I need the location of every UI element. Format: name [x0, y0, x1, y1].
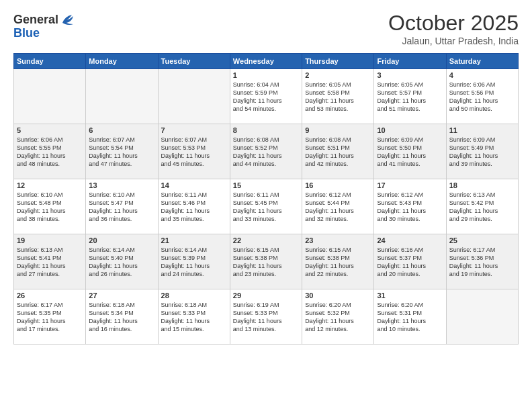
day-info: Sunrise: 6:18 AM Sunset: 5:34 PM Dayligh…: [89, 301, 154, 334]
day-number: 17: [377, 181, 443, 189]
week-row-2: 5Sunrise: 6:06 AM Sunset: 5:55 PM Daylig…: [14, 124, 519, 179]
day-number: 15: [233, 181, 299, 189]
col-header-friday: Friday: [374, 54, 446, 69]
day-number: 3: [377, 71, 443, 79]
day-info: Sunrise: 6:16 AM Sunset: 5:37 PM Dayligh…: [377, 246, 443, 279]
calendar-cell: 20Sunrise: 6:14 AM Sunset: 5:40 PM Dayli…: [86, 234, 158, 289]
header-row: SundayMondayTuesdayWednesdayThursdayFrid…: [14, 54, 519, 69]
week-row-5: 26Sunrise: 6:17 AM Sunset: 5:35 PM Dayli…: [14, 289, 519, 345]
day-info: Sunrise: 6:09 AM Sunset: 5:50 PM Dayligh…: [377, 136, 443, 169]
calendar-cell: 28Sunrise: 6:18 AM Sunset: 5:33 PM Dayli…: [158, 289, 230, 345]
logo-blue: Blue: [13, 27, 75, 40]
calendar-cell: 18Sunrise: 6:13 AM Sunset: 5:42 PM Dayli…: [446, 179, 518, 234]
calendar-cell: [14, 69, 86, 124]
day-info: Sunrise: 6:11 AM Sunset: 5:46 PM Dayligh…: [161, 191, 227, 224]
calendar-cell: 27Sunrise: 6:18 AM Sunset: 5:34 PM Dayli…: [86, 289, 158, 345]
header: General Blue October 2025 Jalaun, Uttar …: [13, 11, 519, 46]
calendar-cell: 17Sunrise: 6:12 AM Sunset: 5:43 PM Dayli…: [374, 179, 446, 234]
calendar-page: General Blue October 2025 Jalaun, Uttar …: [0, 0, 532, 411]
logo: General Blue: [13, 13, 75, 40]
day-number: 4: [449, 71, 515, 79]
day-info: Sunrise: 6:10 AM Sunset: 5:48 PM Dayligh…: [17, 191, 83, 224]
calendar-cell: 30Sunrise: 6:20 AM Sunset: 5:32 PM Dayli…: [302, 289, 374, 345]
calendar-cell: 19Sunrise: 6:13 AM Sunset: 5:41 PM Dayli…: [14, 234, 86, 289]
calendar-cell: [446, 289, 518, 345]
day-number: 5: [17, 126, 83, 134]
calendar-table: SundayMondayTuesdayWednesdayThursdayFrid…: [13, 53, 519, 345]
day-info: Sunrise: 6:12 AM Sunset: 5:44 PM Dayligh…: [305, 191, 371, 224]
calendar-cell: 16Sunrise: 6:12 AM Sunset: 5:44 PM Dayli…: [302, 179, 374, 234]
day-number: 7: [161, 126, 227, 134]
day-info: Sunrise: 6:13 AM Sunset: 5:42 PM Dayligh…: [449, 191, 515, 224]
col-header-sunday: Sunday: [14, 54, 86, 69]
day-info: Sunrise: 6:20 AM Sunset: 5:32 PM Dayligh…: [305, 301, 371, 334]
calendar-cell: 1Sunrise: 6:04 AM Sunset: 5:59 PM Daylig…: [230, 69, 302, 124]
day-number: 25: [449, 236, 515, 244]
day-info: Sunrise: 6:15 AM Sunset: 5:38 PM Dayligh…: [305, 246, 371, 279]
logo-bird-icon: [60, 13, 75, 26]
calendar-cell: 23Sunrise: 6:15 AM Sunset: 5:38 PM Dayli…: [302, 234, 374, 289]
calendar-cell: 9Sunrise: 6:08 AM Sunset: 5:51 PM Daylig…: [302, 124, 374, 179]
calendar-cell: 8Sunrise: 6:08 AM Sunset: 5:52 PM Daylig…: [230, 124, 302, 179]
calendar-cell: 6Sunrise: 6:07 AM Sunset: 5:54 PM Daylig…: [86, 124, 158, 179]
col-header-saturday: Saturday: [446, 54, 518, 69]
calendar-cell: 21Sunrise: 6:14 AM Sunset: 5:39 PM Dayli…: [158, 234, 230, 289]
calendar-cell: 26Sunrise: 6:17 AM Sunset: 5:35 PM Dayli…: [14, 289, 86, 345]
day-info: Sunrise: 6:15 AM Sunset: 5:38 PM Dayligh…: [233, 246, 299, 279]
day-info: Sunrise: 6:11 AM Sunset: 5:45 PM Dayligh…: [233, 191, 299, 224]
week-row-3: 12Sunrise: 6:10 AM Sunset: 5:48 PM Dayli…: [14, 179, 519, 234]
calendar-cell: 22Sunrise: 6:15 AM Sunset: 5:38 PM Dayli…: [230, 234, 302, 289]
calendar-cell: 14Sunrise: 6:11 AM Sunset: 5:46 PM Dayli…: [158, 179, 230, 234]
day-number: 23: [305, 236, 371, 244]
calendar-cell: 4Sunrise: 6:06 AM Sunset: 5:56 PM Daylig…: [446, 69, 518, 124]
day-number: 2: [305, 71, 371, 79]
day-info: Sunrise: 6:04 AM Sunset: 5:59 PM Dayligh…: [233, 81, 299, 113]
calendar-cell: 12Sunrise: 6:10 AM Sunset: 5:48 PM Dayli…: [14, 179, 86, 234]
day-info: Sunrise: 6:14 AM Sunset: 5:39 PM Dayligh…: [161, 246, 227, 279]
day-number: 16: [305, 181, 371, 189]
col-header-tuesday: Tuesday: [158, 54, 230, 69]
calendar-cell: [158, 69, 230, 124]
day-info: Sunrise: 6:07 AM Sunset: 5:54 PM Dayligh…: [89, 136, 154, 169]
calendar-cell: 29Sunrise: 6:19 AM Sunset: 5:33 PM Dayli…: [230, 289, 302, 345]
day-number: 11: [449, 126, 515, 134]
day-info: Sunrise: 6:10 AM Sunset: 5:47 PM Dayligh…: [89, 191, 154, 224]
day-number: 22: [233, 236, 299, 244]
day-number: 10: [377, 126, 443, 134]
day-info: Sunrise: 6:06 AM Sunset: 5:56 PM Dayligh…: [449, 81, 515, 113]
day-info: Sunrise: 6:12 AM Sunset: 5:43 PM Dayligh…: [377, 191, 443, 224]
calendar-cell: 11Sunrise: 6:09 AM Sunset: 5:49 PM Dayli…: [446, 124, 518, 179]
col-header-thursday: Thursday: [302, 54, 374, 69]
day-info: Sunrise: 6:05 AM Sunset: 5:58 PM Dayligh…: [305, 81, 371, 113]
calendar-cell: 24Sunrise: 6:16 AM Sunset: 5:37 PM Dayli…: [374, 234, 446, 289]
day-number: 1: [233, 71, 299, 79]
month-title: October 2025: [388, 11, 519, 36]
day-number: 19: [17, 236, 83, 244]
location: Jalaun, Uttar Pradesh, India: [388, 36, 519, 46]
day-number: 14: [161, 181, 227, 189]
week-row-4: 19Sunrise: 6:13 AM Sunset: 5:41 PM Dayli…: [14, 234, 519, 289]
calendar-cell: 10Sunrise: 6:09 AM Sunset: 5:50 PM Dayli…: [374, 124, 446, 179]
col-header-monday: Monday: [86, 54, 158, 69]
day-number: 12: [17, 181, 83, 189]
day-number: 27: [89, 291, 154, 300]
calendar-cell: 31Sunrise: 6:20 AM Sunset: 5:31 PM Dayli…: [374, 289, 446, 345]
day-info: Sunrise: 6:08 AM Sunset: 5:51 PM Dayligh…: [305, 136, 371, 169]
day-info: Sunrise: 6:06 AM Sunset: 5:55 PM Dayligh…: [17, 136, 83, 169]
day-info: Sunrise: 6:17 AM Sunset: 5:36 PM Dayligh…: [449, 246, 515, 279]
day-number: 18: [449, 181, 515, 189]
calendar-cell: 7Sunrise: 6:07 AM Sunset: 5:53 PM Daylig…: [158, 124, 230, 179]
logo-general: General: [13, 13, 58, 27]
day-number: 13: [89, 181, 154, 189]
day-number: 31: [377, 291, 443, 300]
day-number: 8: [233, 126, 299, 134]
day-info: Sunrise: 6:13 AM Sunset: 5:41 PM Dayligh…: [17, 246, 83, 279]
calendar-cell: 3Sunrise: 6:05 AM Sunset: 5:57 PM Daylig…: [374, 69, 446, 124]
calendar-cell: 15Sunrise: 6:11 AM Sunset: 5:45 PM Dayli…: [230, 179, 302, 234]
day-info: Sunrise: 6:14 AM Sunset: 5:40 PM Dayligh…: [89, 246, 154, 279]
calendar-cell: 25Sunrise: 6:17 AM Sunset: 5:36 PM Dayli…: [446, 234, 518, 289]
day-number: 20: [89, 236, 154, 244]
day-info: Sunrise: 6:20 AM Sunset: 5:31 PM Dayligh…: [377, 301, 443, 334]
calendar-cell: 13Sunrise: 6:10 AM Sunset: 5:47 PM Dayli…: [86, 179, 158, 234]
day-number: 29: [233, 291, 299, 300]
